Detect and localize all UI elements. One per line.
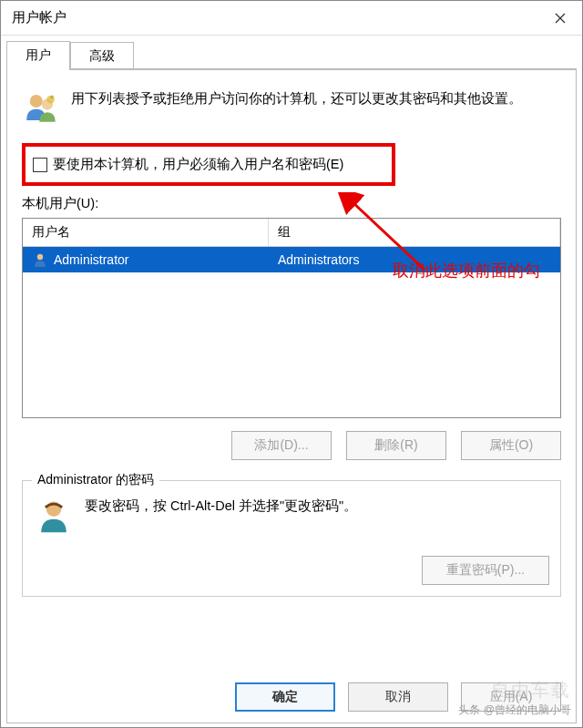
column-username[interactable]: 用户名 <box>23 219 269 246</box>
password-user-icon <box>34 496 74 536</box>
listview-header: 用户名 组 <box>23 219 560 247</box>
window-title: 用户帐户 <box>12 9 66 26</box>
row-username: Administrator <box>54 252 128 267</box>
ok-button[interactable]: 确定 <box>235 682 335 712</box>
close-button[interactable] <box>538 1 582 36</box>
password-row: 要改密码，按 Ctrl-Alt-Del 并选择"更改密码"。 <box>34 496 549 536</box>
reset-password-button[interactable]: 重置密码(P)... <box>422 556 549 585</box>
tab-user[interactable]: 用户 <box>6 41 70 69</box>
table-row[interactable]: Administrator Administrators <box>23 247 560 272</box>
watermark: 自由车载 头条 @曾经的电脑小哥 <box>458 678 571 718</box>
watermark-credit: 头条 @曾经的电脑小哥 <box>458 702 571 718</box>
intro-section: 用下列表授予或拒绝用户访问你的计算机，还可以更改其密码和其他设置。 <box>22 88 561 127</box>
require-password-label: 要使用本计算机，用户必须输入用户名和密码(E) <box>53 156 343 173</box>
password-instruction: 要改密码，按 Ctrl-Alt-Del 并选择"更改密码"。 <box>85 496 357 515</box>
require-password-checkbox[interactable] <box>33 158 47 172</box>
close-icon <box>555 13 566 24</box>
users-icon <box>22 88 60 127</box>
tab-content: 用下列表授予或拒绝用户访问你的计算机，还可以更改其密码和其他设置。 要使用本计算… <box>6 69 577 723</box>
reset-password-row: 重置密码(P)... <box>34 556 549 585</box>
user-icon <box>32 251 48 268</box>
user-accounts-window: 用户帐户 用户 高级 用下列表授予或拒绝用户访问你的计算机，还可以更改其密码和其… <box>0 0 583 728</box>
remove-button[interactable]: 删除(R) <box>346 431 446 460</box>
titlebar: 用户帐户 <box>1 1 582 36</box>
userlist-label: 本机用户(U): <box>22 195 561 212</box>
userlist-actions: 添加(D)... 删除(R) 属性(O) <box>22 431 561 460</box>
tab-advanced[interactable]: 高级 <box>70 42 134 70</box>
annotation-highlight-box: 要使用本计算机，用户必须输入用户名和密码(E) <box>22 143 395 186</box>
require-password-row[interactable]: 要使用本计算机，用户必须输入用户名和密码(E) <box>33 156 384 173</box>
properties-button[interactable]: 属性(O) <box>461 431 561 460</box>
tab-underline <box>6 68 577 69</box>
password-group-title: Administrator 的密码 <box>32 472 159 488</box>
password-groupbox: Administrator 的密码 要改密码，按 Ctrl-Alt-Del 并选… <box>22 480 561 597</box>
watermark-logo: 自由车载 <box>458 678 571 702</box>
cancel-button[interactable]: 取消 <box>348 682 448 712</box>
svg-point-3 <box>37 254 43 260</box>
tabs: 用户 高级 <box>1 36 582 69</box>
svg-point-0 <box>30 95 43 108</box>
add-button[interactable]: 添加(D)... <box>231 431 332 460</box>
user-listview[interactable]: 用户名 组 Administrator Administrators <box>22 218 561 418</box>
row-group: Administrators <box>269 252 560 267</box>
intro-text: 用下列表授予或拒绝用户访问你的计算机，还可以更改其密码和其他设置。 <box>71 88 522 127</box>
column-group[interactable]: 组 <box>269 219 560 246</box>
